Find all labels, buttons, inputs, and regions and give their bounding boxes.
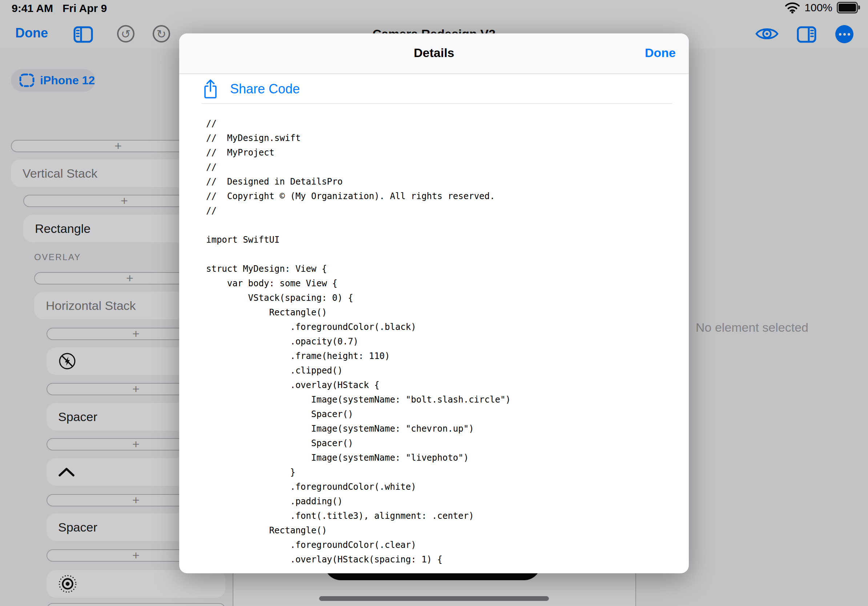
code-line: } (206, 465, 674, 479)
code-line: struct MyDesign: View { (206, 261, 674, 276)
code-line: Spacer() (206, 436, 674, 450)
code-line: .clipped() (206, 363, 674, 378)
code-line: Image(systemName: "bolt.slash.circle") (206, 393, 674, 407)
code-line: // (206, 116, 674, 131)
details-modal-header: Details Done (179, 33, 689, 74)
code-line: var body: some View { (206, 276, 674, 291)
code-line: .foregroundColor(.clear) (206, 538, 674, 552)
details-modal-title: Details (179, 46, 689, 60)
code-line: // MyProject (206, 145, 674, 160)
code-line: // Designed in DetailsPro (206, 175, 674, 189)
code-line: import SwiftUI (206, 232, 674, 247)
code-line: .overlay(HStack { (206, 378, 674, 393)
code-line: Rectangle() (206, 305, 674, 320)
details-modal: Details Done Share Code //// MyDesign.sw… (179, 33, 689, 573)
code-line: .opacity(0.7) (206, 334, 674, 349)
code-line: .overlay(HStack(spacing: 1) { (206, 552, 674, 567)
code-line: Spacer() (206, 407, 674, 421)
code-line: // Copyright © (My Organization). All ri… (206, 189, 674, 204)
share-code-label: Share Code (230, 81, 300, 97)
code-view[interactable]: //// MyDesign.swift// MyProject//// Desi… (179, 104, 689, 567)
share-icon (203, 79, 219, 99)
code-line: // (206, 204, 674, 218)
code-line: .foregroundColor(.white) (206, 479, 674, 494)
share-code-button[interactable]: Share Code (179, 74, 689, 104)
code-line: .frame(height: 110) (206, 349, 674, 363)
code-line: .padding() (206, 494, 674, 509)
code-line: VStack(spacing: 0) { (206, 291, 674, 305)
app-screen: 9:41 AMFri Apr 9 100% Camera Redesign V2… (0, 0, 868, 606)
code-line: .foregroundColor(.black) (206, 320, 674, 334)
code-line: Image(systemName: "livephoto") (206, 450, 674, 465)
code-line (206, 247, 674, 261)
details-done-button[interactable]: Done (645, 46, 676, 60)
code-line: // (206, 160, 674, 175)
code-line (206, 218, 674, 232)
code-line: // MyDesign.swift (206, 131, 674, 145)
share-row-divider (202, 103, 672, 104)
code-line: Image(systemName: "chevron.up") (206, 421, 674, 436)
code-line: Rectangle() (206, 523, 674, 538)
code-line: .font(.title3), alignment: .center) (206, 509, 674, 523)
